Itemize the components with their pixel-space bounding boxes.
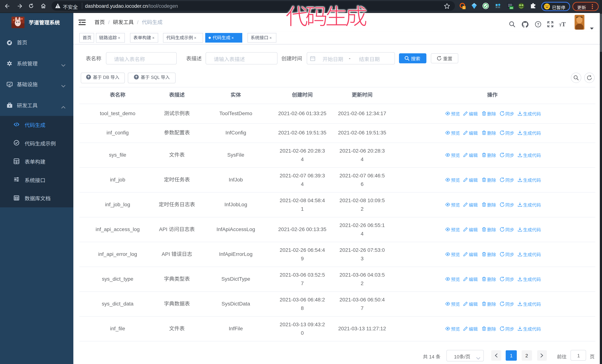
svg-text:1: 1 [463,6,465,9]
svg-text:?: ? [537,22,539,26]
svg-text:T: T [559,22,562,27]
svg-text:on: on [510,6,513,9]
svg-text:T: T [562,21,566,27]
